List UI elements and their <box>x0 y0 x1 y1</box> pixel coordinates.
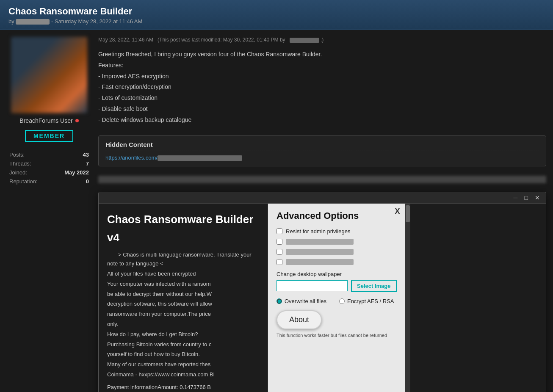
joined-value: May 2022 <box>64 169 89 176</box>
avatar <box>11 37 87 113</box>
close-button[interactable]: ✕ <box>533 195 542 201</box>
modifier-name-blurred <box>290 38 319 43</box>
encrypt-label: Encrypt AES / RSA <box>347 298 394 304</box>
ransom-line-3: Your computer was infected with a ransom <box>107 280 261 289</box>
window-body: Chaos Ransomware Builder v4 ——> Chaos is… <box>99 204 546 392</box>
wallpaper-input[interactable] <box>276 280 348 291</box>
payment-amount: Payment informationAmount: 0.1473766 B <box>107 383 261 392</box>
ransom-line-4: be able to decrypt them without our help… <box>107 290 261 299</box>
ransom-line-12: Coinmama - hxxps://www.coinmama.com Bi <box>107 370 261 379</box>
builder-window-title: Chaos Ransomware Builder v4 <box>107 210 261 247</box>
subtitle-date: - Saturday May 28, 2022 at 11:46 AM <box>51 18 142 25</box>
adv-option-4-checkbox[interactable] <box>276 259 282 265</box>
payment-info: Payment informationAmount: 0.1473766 B B… <box>107 383 261 392</box>
adv-option-3-row <box>276 249 397 255</box>
advanced-options-title: Advanced Options <box>276 210 397 221</box>
window-titlebar: ─ □ ✕ <box>99 192 546 204</box>
ransom-line-10: yourself to find out how to buy Bitcoin. <box>107 350 261 359</box>
hidden-content-box: Hidden Content https://anonfiles.com/ <box>98 135 546 166</box>
adv-option-2-row <box>276 239 397 245</box>
post-line-6: - Disable safe boot <box>98 104 546 114</box>
select-image-button[interactable]: Select Image <box>351 280 397 292</box>
overwrite-radio-item: Overwrite all files <box>276 298 326 304</box>
wallpaper-label: Change desktop wallpaper <box>276 271 397 277</box>
ransom-line-1: ——> Chaos is multi language ransomware. … <box>107 251 261 268</box>
encryption-radio-group: Overwrite all files Encrypt AES / RSA <box>276 298 397 304</box>
encrypt-radio-item: Encrypt AES / RSA <box>339 298 394 304</box>
author-name-blurred <box>16 19 50 25</box>
page-title: Chaos Ransomware Builder <box>8 6 545 17</box>
ransom-note-text: ——> Chaos is multi language ransomware. … <box>107 251 261 379</box>
page-subtitle: by - Saturday May 28, 2022 at 11:46 AM <box>8 18 545 25</box>
threads-label: Threads: <box>9 160 31 167</box>
post-modified: (This post was last modified: May 30, 20… <box>158 37 285 43</box>
advanced-close-button[interactable]: X <box>395 207 400 216</box>
ransom-line-8: How do I pay, where do I get Bitcoin? <box>107 330 261 339</box>
about-button[interactable]: About <box>276 310 322 329</box>
threads-value: 7 <box>86 160 89 167</box>
ransom-line-6: ransomware from your computer.The price <box>107 310 261 319</box>
adv-option-3-checkbox[interactable] <box>276 249 282 255</box>
maximize-button[interactable]: □ <box>523 195 530 201</box>
stats-joined: Joined: May 2022 <box>7 168 91 177</box>
posts-label: Posts: <box>9 152 25 158</box>
member-badge: MEMBER <box>25 130 73 142</box>
hidden-content-title: Hidden Content <box>105 141 539 151</box>
post-line-7: - Delete windows backup catalogue <box>98 115 546 125</box>
post-body: Greetings Breached, I bring you guys ver… <box>98 50 546 126</box>
adv-option-3-label-blurred <box>286 249 354 255</box>
admin-privileges-row: Resist for admin privileges <box>276 228 397 235</box>
posts-value: 43 <box>83 152 89 158</box>
post-line-2: Features: <box>98 61 546 71</box>
blurred-content-bar <box>98 176 546 183</box>
ransom-line-11: Many of our customers have reported thes <box>107 360 261 369</box>
adv-option-2-checkbox[interactable] <box>276 239 282 245</box>
stats-threads: Threads: 7 <box>7 159 91 168</box>
ransom-line-5: decryption software, this software will … <box>107 300 261 309</box>
ransom-line-7: only. <box>107 320 261 329</box>
overwrite-label: Overwrite all files <box>285 298 326 304</box>
post-date: May 28, 2022, 11:46 AM <box>98 37 153 43</box>
post-meta: May 28, 2022, 11:46 AM (This post was la… <box>98 37 546 43</box>
post-line-1: Greetings Breached, I bring you guys ver… <box>98 50 546 60</box>
reputation-value: 0 <box>86 178 89 185</box>
post-line-4: - Fast encryption/decryption <box>98 82 546 92</box>
subtitle-prefix: by <box>8 18 14 25</box>
reputation-label: Reputation: <box>9 178 38 185</box>
ransom-line-9: Purchasing Bitcoin varies from country t… <box>107 340 261 349</box>
advanced-options-pane: X Advanced Options Resist for admin priv… <box>268 204 405 392</box>
post-line-5: - Lots of customization <box>98 93 546 103</box>
post-line-3: - Improved AES encryption <box>98 72 546 82</box>
scrollbar-thumb[interactable] <box>406 205 410 222</box>
window-controls: ─ □ ✕ <box>512 195 542 201</box>
user-sidebar: BreachForums User MEMBER Posts: 43 Threa… <box>7 37 91 392</box>
wallpaper-input-row: Select Image <box>276 280 397 292</box>
post-area: May 28, 2022, 11:46 AM (This post was la… <box>98 37 546 392</box>
encrypt-radio[interactable] <box>339 298 345 304</box>
ransom-line-2: All of your files have been encrypted <box>107 270 261 279</box>
stats-reputation: Reputation: 0 <box>7 177 91 186</box>
stats-posts: Posts: 43 <box>7 150 91 159</box>
online-indicator <box>75 119 79 122</box>
admin-privileges-label: Resist for admin privileges <box>286 228 350 235</box>
builder-window: ─ □ ✕ Chaos Ransomware Builder v4 ——> Ch… <box>98 192 546 392</box>
hidden-content-link[interactable]: https://anonfiles.com/ <box>105 155 539 161</box>
post-modified-end: .) <box>321 37 324 43</box>
wallpaper-section: Change desktop wallpaper Select Image <box>276 271 397 292</box>
page-header: Chaos Ransomware Builder by - Saturday M… <box>0 0 553 30</box>
user-stats: Posts: 43 Threads: 7 Joined: May 2022 Re… <box>7 150 91 186</box>
bottom-note: This function works faster but files can… <box>276 333 397 338</box>
adv-option-4-row <box>276 259 397 265</box>
joined-label: Joined: <box>9 169 27 176</box>
username-row: BreachForums User <box>19 117 78 124</box>
minimize-button[interactable]: ─ <box>512 195 520 201</box>
hidden-url-text: https://anonfiles.com/ <box>105 155 158 161</box>
adv-option-4-label-blurred <box>286 259 354 265</box>
builder-left-pane: Chaos Ransomware Builder v4 ——> Chaos is… <box>99 204 268 392</box>
main-layout: BreachForums User MEMBER Posts: 43 Threa… <box>0 30 553 392</box>
overwrite-radio[interactable] <box>276 298 282 304</box>
window-scrollbar[interactable] <box>405 204 410 392</box>
admin-privileges-checkbox[interactable] <box>276 228 282 234</box>
adv-option-2-label-blurred <box>286 239 354 245</box>
username-label: BreachForums User <box>19 117 72 124</box>
